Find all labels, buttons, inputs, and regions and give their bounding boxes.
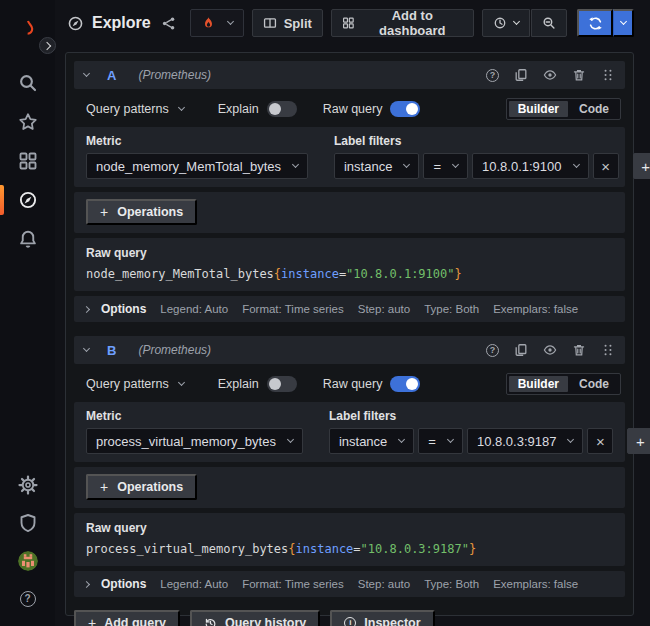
sidebar-item-help[interactable]: ? — [0, 588, 55, 610]
gear-icon — [18, 475, 38, 495]
sidebar-item-profile[interactable] — [0, 550, 55, 572]
sync-icon — [588, 16, 603, 31]
query-datasource: (Prometheus) — [138, 343, 211, 357]
raw-query-toggle[interactable] — [390, 101, 420, 117]
option-step: Step: auto — [358, 303, 410, 315]
query-footer-actions: + Add query Query history i Inspector — [74, 610, 625, 626]
explore-compass-icon — [67, 15, 84, 32]
query-options-row[interactable]: Options Legend: Auto Format: Time series… — [74, 296, 625, 322]
run-query-interval-button[interactable] — [613, 9, 634, 37]
time-range-picker-button[interactable] — [482, 9, 530, 37]
drag-handle-icon[interactable] — [601, 68, 615, 82]
operations-section: + Operations — [74, 467, 625, 508]
duplicate-query-icon[interactable] — [514, 68, 528, 82]
query-row-header[interactable]: A (Prometheus) ? — [74, 61, 625, 89]
collapse-icon[interactable] — [83, 345, 90, 352]
share-icon[interactable] — [161, 16, 176, 31]
add-operation-button[interactable]: + Operations — [86, 474, 197, 500]
run-query-button[interactable] — [577, 9, 613, 37]
explain-toggle[interactable] — [267, 376, 297, 392]
help-icon: ? — [20, 591, 36, 607]
remove-filter-button[interactable]: × — [593, 153, 619, 179]
star-icon — [18, 112, 38, 132]
filter-label-select[interactable]: instance — [329, 428, 414, 454]
chevron-down-icon — [572, 161, 579, 168]
builder-mode-button[interactable]: Builder — [509, 101, 568, 117]
expand-sidebar-button[interactable] — [39, 37, 56, 54]
option-type: Type: Both — [424, 578, 479, 590]
drag-handle-icon[interactable] — [601, 343, 615, 357]
sidebar-item-server-admin[interactable] — [0, 512, 55, 534]
code-mode-button[interactable]: Code — [570, 376, 618, 392]
operations-section: + Operations — [74, 192, 625, 233]
sidebar-nav — [0, 72, 55, 250]
help-icon[interactable]: ? — [486, 69, 499, 82]
filter-operator-select[interactable]: = — [418, 428, 463, 454]
raw-query-code: process_virtual_memory_bytes{instance="1… — [86, 542, 613, 556]
add-query-button[interactable]: + Add query — [74, 610, 180, 626]
plus-icon: + — [641, 158, 650, 175]
help-icon[interactable]: ? — [486, 344, 499, 357]
query-row-header[interactable]: B (Prometheus) ? — [74, 336, 625, 364]
filter-operator-select[interactable]: = — [423, 153, 468, 179]
split-button[interactable]: Split — [252, 9, 323, 37]
query-patterns-dropdown[interactable]: Query patterns — [86, 377, 184, 391]
remove-query-icon[interactable] — [572, 68, 586, 82]
query-history-button[interactable]: Query history — [190, 610, 320, 626]
editor-mode-radio: Builder Code — [506, 373, 621, 395]
sidebar-item-search[interactable] — [0, 72, 55, 94]
explain-toggle[interactable] — [267, 101, 297, 117]
raw-query-toggle-field: Raw query — [323, 101, 421, 117]
option-step: Step: auto — [358, 578, 410, 590]
query-row-a: A (Prometheus) ? Query patterns — [74, 61, 625, 322]
sidebar-item-starred[interactable] — [0, 111, 55, 133]
datasource-picker[interactable] — [190, 9, 244, 37]
explore-toolbar: Explore Split Add to dashboard — [55, 0, 650, 46]
raw-query-toggle[interactable] — [390, 376, 420, 392]
builder-mode-button[interactable]: Builder — [509, 376, 568, 392]
filter-value-select[interactable]: 10.8.0.3:9187 — [467, 428, 584, 454]
sidebar-item-settings[interactable] — [0, 474, 55, 496]
chevron-down-icon — [287, 436, 294, 443]
metric-field: Metric node_memory_MemTotal_bytes — [86, 134, 308, 179]
chevron-down-icon — [513, 18, 520, 25]
zoom-out-time-button[interactable] — [531, 9, 567, 37]
filter-value-select[interactable]: 10.8.0.1:9100 — [472, 153, 589, 179]
metric-select[interactable]: node_memory_MemTotal_bytes — [86, 153, 308, 179]
hide-response-icon[interactable] — [543, 68, 557, 82]
remove-query-icon[interactable] — [572, 343, 586, 357]
filter-label-select[interactable]: instance — [334, 153, 419, 179]
option-exemplars: Exemplars: false — [493, 303, 578, 315]
chevron-down-icon — [227, 18, 234, 25]
sidebar-item-dashboards[interactable] — [0, 150, 55, 172]
search-icon — [18, 73, 38, 93]
raw-query-label: Raw query — [86, 521, 613, 535]
hide-response-icon[interactable] — [543, 343, 557, 357]
option-legend: Legend: Auto — [160, 578, 228, 590]
metric-select[interactable]: process_virtual_memory_bytes — [86, 428, 303, 454]
label-filters-label: Label filters — [334, 134, 650, 148]
sidebar-item-alerting[interactable] — [0, 228, 55, 250]
raw-query-preview: Raw query process_virtual_memory_bytes{i… — [74, 513, 625, 566]
remove-filter-button[interactable]: × — [587, 428, 613, 454]
option-exemplars: Exemplars: false — [493, 578, 578, 590]
query-patterns-dropdown[interactable]: Query patterns — [86, 102, 184, 116]
add-filter-button[interactable]: + — [627, 428, 650, 454]
active-indicator — [0, 185, 4, 215]
search-minus-icon — [542, 16, 556, 30]
collapse-icon[interactable] — [83, 70, 90, 77]
add-to-dashboard-button[interactable]: Add to dashboard — [331, 9, 474, 37]
sidebar: ? — [0, 0, 55, 626]
explore-body: A (Prometheus) ? Query patterns — [55, 46, 650, 626]
code-mode-button[interactable]: Code — [570, 101, 618, 117]
add-filter-button[interactable]: + — [633, 153, 650, 179]
duplicate-query-icon[interactable] — [514, 343, 528, 357]
inspector-button[interactable]: i Inspector — [330, 610, 434, 626]
run-query-group — [577, 9, 634, 37]
add-operation-button[interactable]: + Operations — [86, 199, 197, 225]
grafana-flame-icon — [14, 12, 42, 40]
query-options-row[interactable]: Options Legend: Auto Format: Time series… — [74, 571, 625, 597]
sidebar-item-explore[interactable] — [0, 189, 55, 211]
query-row-actions: ? — [486, 68, 615, 82]
clock-icon — [493, 16, 507, 30]
